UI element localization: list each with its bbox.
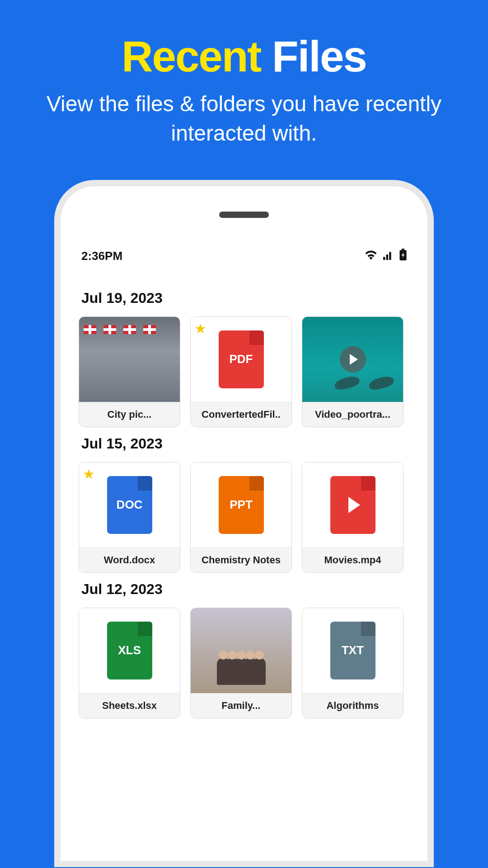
svg-rect-0 xyxy=(383,257,385,260)
hero-title: Recent Files xyxy=(14,32,474,81)
file-card-video-portrait[interactable]: Video_poortra... xyxy=(302,316,404,427)
video-file-icon xyxy=(330,476,375,534)
svg-rect-2 xyxy=(389,252,391,260)
pdf-icon: PDF xyxy=(219,330,264,388)
file-card-chemistry-notes[interactable]: PPT Chemistry Notes xyxy=(190,462,292,573)
file-card-city-pic[interactable]: City pic... xyxy=(79,316,180,427)
file-name-label: Family... xyxy=(191,693,291,718)
file-name-label: Movies.mp4 xyxy=(302,547,403,572)
file-thumbnail: PPT xyxy=(191,462,291,547)
file-name-label: ConvertertedFil.. xyxy=(191,402,291,427)
hero-subtitle: View the files & folders you have recent… xyxy=(14,90,474,148)
section-date: Jul 15, 2023 xyxy=(81,435,407,452)
svg-rect-1 xyxy=(386,254,388,259)
file-name-label: City pic... xyxy=(79,402,180,427)
hero-title-accent: Recent xyxy=(122,32,261,80)
phone-frame: 2:36PM Jul 19, 2023 City pic... xyxy=(54,180,434,867)
txt-icon: TXT xyxy=(330,622,375,679)
file-grid: City pic... ★ PDF ConvertertedFil.. Vide… xyxy=(79,316,409,427)
file-thumbnail: TXT xyxy=(302,608,403,693)
file-grid: XLS Sheets.xlsx Family... TXT Algorithms xyxy=(79,608,409,718)
file-card-sheets-xlsx[interactable]: XLS Sheets.xlsx xyxy=(79,608,180,718)
svg-rect-3 xyxy=(402,249,405,250)
file-name-label: Word.docx xyxy=(79,547,180,572)
file-name-label: Algorithms xyxy=(302,693,403,718)
xls-icon: XLS xyxy=(107,622,152,679)
file-thumbnail xyxy=(191,608,291,693)
file-card-family-photo[interactable]: Family... xyxy=(190,608,292,718)
file-thumbnail: XLS xyxy=(79,608,180,693)
play-icon xyxy=(340,346,366,373)
hero-title-rest: Files xyxy=(272,32,366,80)
star-icon: ★ xyxy=(83,466,95,482)
doc-icon: DOC xyxy=(107,476,152,534)
promo-hero: Recent Files View the files & folders yo… xyxy=(0,0,488,162)
ppt-icon: PPT xyxy=(219,476,264,534)
file-card-converted-pdf[interactable]: ★ PDF ConvertertedFil.. xyxy=(190,316,292,427)
file-thumbnail xyxy=(302,462,403,547)
status-bar: 2:36PM xyxy=(79,249,409,282)
section-date: Jul 19, 2023 xyxy=(81,290,407,307)
file-name-label: Chemistry Notes xyxy=(191,547,291,572)
file-thumbnail: ★ PDF xyxy=(191,317,291,402)
star-icon: ★ xyxy=(194,321,206,336)
app-screen: 2:36PM Jul 19, 2023 City pic... xyxy=(61,241,427,861)
status-icons xyxy=(365,249,407,264)
file-card-algorithms[interactable]: TXT Algorithms xyxy=(302,608,404,718)
section-date: Jul 12, 2023 xyxy=(81,581,407,598)
file-thumbnail: ★ DOC xyxy=(79,462,180,547)
phone-speaker xyxy=(219,212,269,218)
file-card-word-doc[interactable]: ★ DOC Word.docx xyxy=(79,462,180,573)
file-thumbnail xyxy=(79,317,180,402)
signal-icon xyxy=(383,249,393,263)
battery-icon xyxy=(399,249,407,264)
file-name-label: Video_poortra... xyxy=(302,402,403,427)
file-name-label: Sheets.xlsx xyxy=(79,693,180,718)
wifi-icon xyxy=(365,249,377,263)
file-thumbnail xyxy=(302,317,403,402)
status-time: 2:36PM xyxy=(81,249,122,263)
file-grid: ★ DOC Word.docx PPT Chemistry Notes Movi… xyxy=(79,462,409,573)
file-card-movies-mp4[interactable]: Movies.mp4 xyxy=(302,462,404,573)
